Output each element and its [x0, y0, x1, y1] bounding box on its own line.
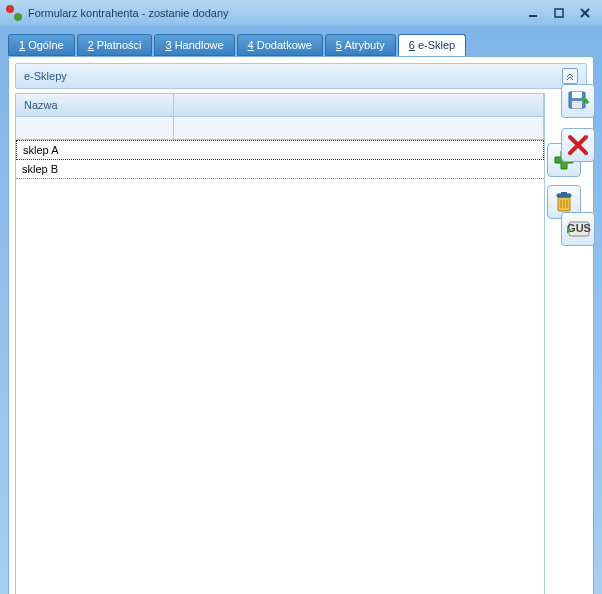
- tab-oglne[interactable]: 1 Ogólne: [8, 34, 75, 56]
- tab-patnoci[interactable]: 2 Płatności: [77, 34, 153, 56]
- group-header: e-Sklepy: [15, 63, 587, 89]
- form-actions: GUS: [560, 34, 602, 246]
- main-panel: e-Sklepy Nazwa sklep Asklep B: [9, 57, 593, 594]
- grid-body: sklep Asklep B: [16, 140, 544, 594]
- svg-rect-12: [572, 101, 582, 108]
- grid-header: Nazwa: [16, 94, 544, 117]
- svg-rect-1: [555, 9, 563, 17]
- svg-rect-11: [572, 92, 582, 98]
- tab-bar: 1 Ogólne2 Płatności3 Handlowe4 Dodatkowe…: [0, 26, 602, 56]
- content-area: e-Sklepy Nazwa sklep Asklep B: [8, 56, 594, 594]
- filter-cell-name[interactable]: [16, 117, 174, 139]
- tab-dodatkowe[interactable]: 4 Dodatkowe: [237, 34, 323, 56]
- cancel-button[interactable]: [561, 128, 595, 162]
- close-button[interactable]: [574, 5, 596, 21]
- window-title: Formularz kontrahenta - zostanie dodany: [28, 7, 522, 19]
- tab-handlowe[interactable]: 3 Handlowe: [154, 34, 234, 56]
- minimize-button[interactable]: [522, 5, 544, 21]
- group-title: e-Sklepy: [24, 70, 67, 82]
- table-row[interactable]: sklep B: [16, 160, 544, 179]
- gus-button[interactable]: GUS: [561, 212, 595, 246]
- data-grid[interactable]: Nazwa sklep Asklep B: [15, 93, 545, 594]
- table-row[interactable]: sklep A: [16, 140, 544, 160]
- column-header-empty: [174, 94, 544, 116]
- filter-cell-empty: [174, 117, 544, 139]
- tab-esklep[interactable]: 6 e-Sklep: [398, 34, 466, 56]
- app-icon: [6, 5, 22, 21]
- column-header-name[interactable]: Nazwa: [16, 94, 174, 116]
- tab-atrybuty[interactable]: 5 Atrybuty: [325, 34, 396, 56]
- titlebar: Formularz kontrahenta - zostanie dodany: [0, 0, 602, 26]
- cell-name: sklep B: [16, 160, 174, 178]
- save-button[interactable]: [561, 84, 595, 118]
- maximize-button[interactable]: [548, 5, 570, 21]
- cell-name: sklep A: [17, 141, 175, 159]
- grid-filter-row: [16, 117, 544, 140]
- svg-text:GUS: GUS: [567, 222, 591, 234]
